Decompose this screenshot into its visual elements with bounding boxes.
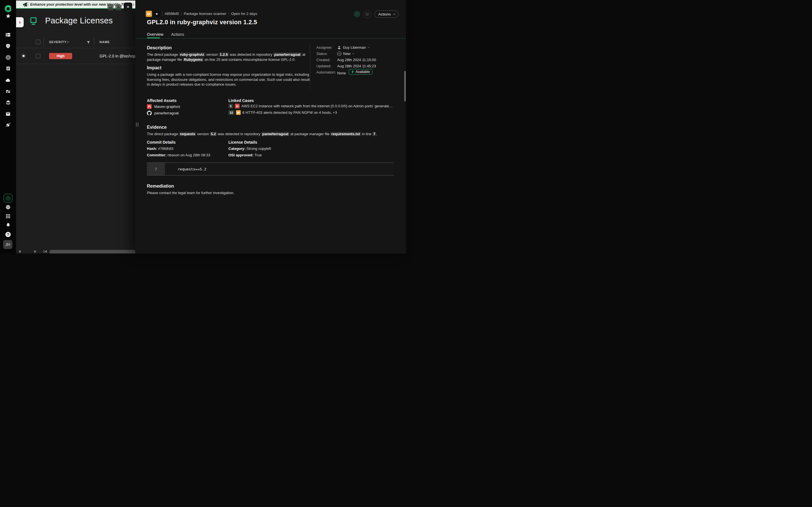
sidebar-item-inventory[interactable] [0, 109, 16, 119]
tab-overview[interactable]: Overview [147, 32, 163, 37]
license-category: Category: Strong copyleft [229, 147, 271, 151]
linked-case[interactable]: 32 M 6 HTTP-403 alerts detected by PAN N… [229, 110, 337, 115]
code-content: requests==5.2 [165, 163, 394, 175]
impact-text: Using a package with a non-compliant lic… [147, 72, 310, 87]
header-actions: Actions [354, 10, 399, 18]
remediation-heading: Remediation [147, 184, 174, 189]
gear-icon [5, 205, 11, 210]
tab-actions[interactable]: Actions [171, 32, 184, 37]
case-title: GPL2.0 in ruby-graphviz version 1.2.5 [147, 19, 257, 26]
sidebar-item-incidents[interactable] [0, 41, 16, 51]
filter-icon[interactable] [87, 40, 90, 45]
star-icon [5, 13, 11, 19]
meta-automation: Automation: None Available [316, 70, 372, 76]
meta-updated: Updated: Aug 28th 2024 11:45:23 [316, 64, 376, 68]
drag-handle[interactable] [136, 123, 139, 128]
swoosh-icon [5, 122, 11, 128]
description-heading: Description [147, 45, 172, 50]
linked-cases-heading: Linked Cases [229, 98, 254, 103]
asset-item[interactable]: Maven-graphviz [147, 104, 181, 109]
automation-available-button[interactable]: Available [349, 69, 372, 75]
updated-value: Aug 28th 2024 11:45:23 [337, 64, 376, 68]
sidebar-item-active-module[interactable] [4, 194, 12, 203]
case-detail-panel: M ★ #859645 Package licenses scanner Ope… [135, 0, 406, 253]
github-icon [147, 111, 152, 115]
license-osi: OSI approved: True [229, 153, 262, 157]
select-all-checkbox[interactable] [36, 40, 40, 44]
comments-button[interactable] [363, 10, 371, 18]
severity-medium-badge: M [236, 110, 241, 115]
dashboard-icon [5, 32, 11, 38]
column-header-severity[interactable]: SEVERITY [49, 40, 66, 44]
sidebar-item-assets[interactable] [0, 86, 16, 96]
status-new-icon [337, 52, 342, 56]
code-snippet: 7 requests==5.2 [147, 163, 394, 175]
tray-icon [5, 111, 11, 117]
assignee-dropdown[interactable]: Guy Liberman [337, 45, 369, 50]
affected-assets-heading: Affected Assets [147, 98, 176, 103]
case-id: #859645 [165, 11, 179, 16]
case-scanner: Package licenses scanner [184, 11, 226, 16]
chevron-down-icon [393, 12, 395, 15]
table-header: SEVERITY ↓↑ NAME [16, 37, 135, 48]
status-dropdown[interactable]: New [337, 52, 354, 56]
person-icon [337, 46, 341, 50]
settings-button[interactable] [0, 202, 16, 212]
sidebar-item-xsoar[interactable] [0, 120, 16, 130]
horizontal-scrollbar[interactable] [50, 250, 135, 253]
shield-alert-icon [5, 43, 11, 49]
chevron-up-icon [117, 6, 120, 9]
sort-icon[interactable]: ↓↑ [66, 40, 69, 44]
banner-collapse-button[interactable] [107, 4, 114, 10]
apps-grid-button[interactable] [0, 211, 16, 221]
meta-created: Created: Aug 28th 2024 11:15:00 [316, 58, 376, 62]
chevron-down-icon [352, 52, 354, 54]
chevron-down-icon [109, 6, 112, 8]
cloud-icon [5, 77, 11, 83]
meta-assignee: Assignee: Guy Liberman [316, 45, 369, 50]
package-licenses-icon [29, 17, 38, 27]
created-value: Aug 28th 2024 11:15:00 [337, 58, 376, 62]
impact-heading: Impact [147, 65, 161, 70]
scroll-right-arrow[interactable] [35, 250, 36, 253]
help-button[interactable]: ? [0, 229, 16, 239]
sidebar-item-layers[interactable] [0, 98, 16, 108]
banner-expand-button[interactable] [115, 4, 121, 10]
table-row[interactable]: High GPL-2.0 in @tashop/c [16, 48, 135, 64]
chat-bubble-icon [365, 12, 369, 16]
evidence-text: The direct package requests version 5.2 … [147, 131, 398, 136]
favorite-star-button[interactable]: ★ [154, 11, 160, 17]
asset-item[interactable]: panw/terragoat [147, 111, 179, 115]
commit-details-heading: Commit Details [147, 140, 175, 145]
linked-case[interactable]: 5 H AWS EC2 instance with network path f… [229, 104, 394, 108]
bell-icon [6, 223, 11, 228]
column-header-name[interactable]: NAME [100, 40, 110, 44]
sidebar-item-dashboards[interactable] [0, 30, 16, 40]
case-id-row: #859645 Package licenses scanner Open fo… [162, 11, 257, 16]
notifications-button[interactable] [0, 220, 16, 230]
dotted-spiral-icon[interactable] [354, 11, 360, 17]
user-avatar[interactable]: JH [3, 240, 12, 249]
page-title: Package Licenses [45, 16, 113, 25]
row-checkbox[interactable] [36, 54, 40, 58]
vertical-scrollbar[interactable] [404, 71, 406, 101]
active-tab-indicator [147, 38, 160, 38]
banner-close-button[interactable]: × [124, 3, 132, 11]
sidebar-item-favorites[interactable] [0, 11, 16, 21]
actions-button[interactable]: Actions [374, 10, 399, 18]
layers-icon [5, 100, 11, 105]
expand-panel-button[interactable]: › [16, 17, 24, 27]
sidebar: ? JH [0, 0, 16, 253]
remediation-text: Please contact the legal team for furthe… [147, 190, 389, 195]
evidence-heading: Evidence [147, 125, 167, 130]
sidebar-item-threat-hunting[interactable] [0, 52, 16, 62]
sidebar-item-reports[interactable] [0, 63, 16, 73]
announcement-banner: Enhance your protection level with our n… [16, 1, 135, 9]
meta-status: Status: New [316, 52, 354, 56]
sidebar-item-cloud[interactable] [0, 75, 16, 85]
target-icon [5, 55, 11, 60]
lightning-icon [351, 70, 354, 73]
description-text: The direct package ruby-graphviz version… [147, 52, 308, 62]
scroll-start-arrow[interactable] [45, 250, 47, 253]
scroll-left-arrow[interactable] [18, 250, 20, 253]
